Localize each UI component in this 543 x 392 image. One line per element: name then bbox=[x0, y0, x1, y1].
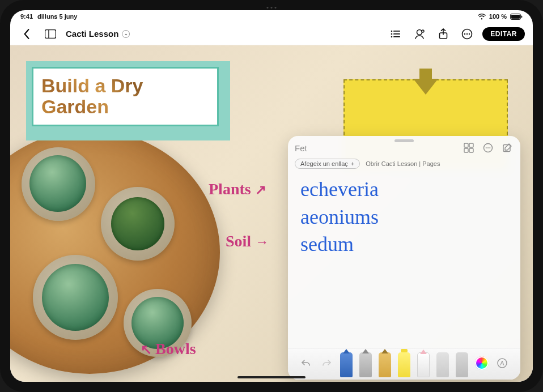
svg-point-16 bbox=[466, 33, 468, 34]
svg-rect-21 bbox=[469, 148, 473, 152]
annotation-label: Bowls bbox=[155, 340, 196, 357]
outline-icon[interactable] bbox=[387, 25, 404, 42]
svg-point-24 bbox=[487, 147, 489, 148]
plant-pot bbox=[33, 255, 118, 340]
headline-text: Build a Dry Garden bbox=[41, 75, 209, 118]
arrow-icon: → bbox=[255, 235, 269, 249]
plant-pot bbox=[101, 187, 175, 261]
share-icon[interactable] bbox=[435, 25, 452, 42]
annotation-bowls: ↖ Bowls bbox=[141, 340, 196, 358]
status-date: dilluns 5 juny bbox=[37, 13, 77, 20]
sidebar-toggle-icon[interactable] bbox=[42, 25, 59, 42]
note-link-bar: Afegeix un enllaç + Obrir Cacti Lesson |… bbox=[288, 156, 520, 173]
cactus bbox=[111, 197, 164, 250]
svg-point-25 bbox=[489, 147, 490, 148]
note-header: Fet bbox=[288, 136, 520, 156]
svg-point-9 bbox=[391, 36, 393, 37]
eraser-tool[interactable] bbox=[417, 352, 430, 377]
svg-point-5 bbox=[391, 30, 393, 32]
home-indicator[interactable] bbox=[237, 376, 306, 378]
note-more-icon[interactable] bbox=[482, 142, 494, 154]
quick-note-panel[interactable]: Fet Afegeix un bbox=[288, 136, 520, 380]
svg-point-11 bbox=[417, 29, 422, 35]
lasso-tool[interactable] bbox=[436, 352, 449, 377]
svg-rect-19 bbox=[469, 143, 473, 147]
screen: 9:41 dilluns 5 juny 100 % Ca bbox=[10, 10, 533, 382]
collaborate-icon[interactable] bbox=[411, 25, 428, 42]
svg-rect-2 bbox=[521, 15, 523, 18]
svg-rect-10 bbox=[393, 36, 400, 37]
pen-tool[interactable] bbox=[340, 352, 353, 377]
arrow-icon: ↗ bbox=[255, 182, 266, 197]
pencil-tool[interactable] bbox=[379, 352, 391, 377]
svg-rect-20 bbox=[464, 148, 468, 152]
more-icon[interactable] bbox=[459, 25, 476, 42]
svg-point-12 bbox=[422, 30, 424, 32]
arrow-icon: ↖ bbox=[141, 342, 155, 357]
note-body[interactable]: echeveria aeoniums sedum bbox=[288, 173, 520, 348]
arrow-down-icon bbox=[413, 87, 438, 95]
svg-point-15 bbox=[464, 33, 465, 34]
undo-icon[interactable] bbox=[299, 356, 313, 370]
device-dots bbox=[267, 7, 277, 8]
compose-icon[interactable] bbox=[501, 142, 514, 154]
title-card: Build a Dry Garden bbox=[26, 61, 230, 140]
chevron-down-icon: ⌄ bbox=[122, 30, 130, 38]
status-time: 9:41 bbox=[20, 13, 33, 20]
annotation-label: Plants bbox=[209, 180, 251, 198]
redo-icon[interactable] bbox=[320, 356, 333, 370]
add-link-button[interactable]: Afegeix un enllaç + bbox=[295, 159, 360, 169]
note-line: sedum bbox=[300, 231, 508, 258]
succulent bbox=[42, 264, 109, 331]
ipad-frame: 9:41 dilluns 5 juny 100 % Ca bbox=[0, 0, 543, 392]
svg-rect-3 bbox=[45, 29, 56, 38]
plant-pot bbox=[22, 147, 95, 221]
document-title[interactable]: Cacti Lesson ⌄ bbox=[66, 29, 130, 39]
battery-icon bbox=[510, 14, 523, 20]
svg-point-7 bbox=[391, 33, 393, 35]
back-button[interactable] bbox=[18, 25, 35, 42]
annotation-label: Soil bbox=[226, 232, 251, 250]
add-link-label: Afegeix un enllaç bbox=[300, 160, 348, 167]
open-source-link[interactable]: Obrir Cacti Lesson | Pages bbox=[366, 160, 440, 167]
annotation-plants: Plants ↗ bbox=[209, 180, 266, 198]
svg-rect-6 bbox=[393, 31, 400, 32]
add-tool-icon[interactable]: A bbox=[495, 356, 509, 370]
note-line: aeoniums bbox=[300, 203, 508, 231]
svg-text:A: A bbox=[500, 360, 504, 367]
edit-button-label: EDITAR bbox=[490, 30, 517, 38]
note-line: echeveria bbox=[300, 176, 508, 203]
markup-tool-tray: A bbox=[288, 348, 520, 380]
svg-rect-8 bbox=[393, 33, 400, 35]
status-bar: 9:41 dilluns 5 juny 100 % bbox=[10, 10, 533, 23]
battery-percent: 100 % bbox=[489, 13, 507, 20]
svg-rect-18 bbox=[464, 143, 468, 147]
succulent bbox=[29, 155, 86, 212]
app-toolbar: Cacti Lesson ⌄ EDITAR bbox=[10, 23, 533, 45]
svg-point-23 bbox=[486, 147, 487, 148]
wifi-icon bbox=[478, 14, 486, 20]
gallery-icon[interactable] bbox=[463, 142, 475, 154]
edit-button[interactable]: EDITAR bbox=[482, 27, 525, 41]
color-picker[interactable] bbox=[475, 356, 489, 370]
done-button[interactable]: Fet bbox=[295, 143, 307, 153]
svg-rect-1 bbox=[511, 15, 520, 19]
ruler-tool[interactable] bbox=[456, 352, 468, 377]
annotation-soil: Soil → bbox=[226, 232, 269, 250]
document-title-text: Cacti Lesson bbox=[66, 29, 118, 39]
highlighter-tool[interactable] bbox=[398, 352, 410, 377]
svg-point-17 bbox=[469, 33, 470, 34]
document-canvas[interactable]: Build a Dry Garden Plants ↗ Soil → ↖ bbox=[10, 45, 533, 382]
plus-icon: + bbox=[351, 160, 354, 167]
marker-tool[interactable] bbox=[359, 352, 372, 377]
